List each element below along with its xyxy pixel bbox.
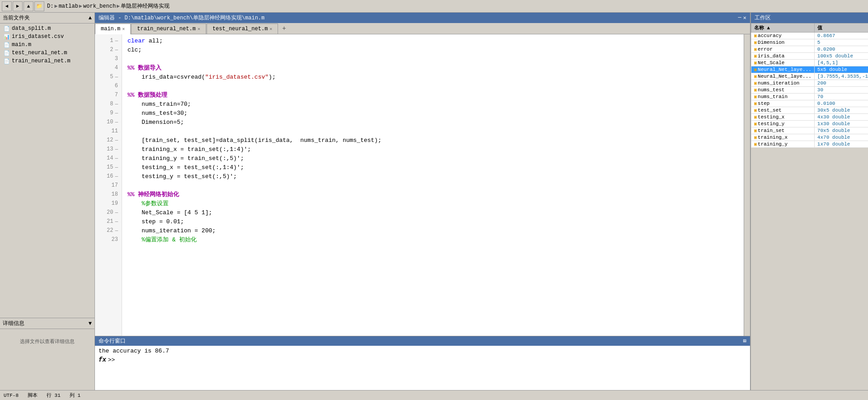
var-value-cell: 70x5 double	[814, 127, 868, 134]
nav-folder-btn[interactable]: 📁	[34, 1, 44, 11]
ln-3: 3	[95, 54, 122, 63]
code-line-16: testing_y = test_set(:,5)';	[127, 172, 744, 181]
code-line-19: %参数设置	[127, 199, 744, 208]
var-name-cell: ▣training_x	[751, 134, 815, 141]
var-name-cell: ▣testing_y	[751, 121, 815, 127]
file-item-iris-csv[interactable]: 📊 iris_dataset.csv	[0, 33, 94, 41]
code-line-13: training_x = train_set(:,1:4)';	[127, 145, 744, 154]
file-item-main[interactable]: 📄 main.m	[0, 41, 94, 49]
command-title-bar: 命令行窗口 ⊞	[95, 336, 750, 346]
var-name-cell: ▣Net_Scale	[751, 60, 815, 66]
file-panel-title: 当前文件夹	[3, 14, 30, 22]
tab-close-main[interactable]: ✕	[122, 26, 125, 32]
tab-add-button[interactable]: +	[278, 23, 289, 34]
code-line-5: iris_data=csvread("iris_dataset.csv");	[127, 72, 744, 81]
var-name-cell: ▣train_set	[751, 127, 815, 134]
file-item-data-split[interactable]: 📄 data_split.m	[0, 24, 94, 33]
workspace-row-8[interactable]: ▣nums_test 30	[751, 87, 868, 94]
workspace-row-15[interactable]: ▣training_x 4x70 double	[751, 134, 868, 141]
code-line-1: clear all;	[127, 36, 744, 45]
workspace-row-14[interactable]: ▣train_set 70x5 double	[751, 127, 868, 134]
right-panel: 工作区 名称 ▲ 值 ▣accuracy 0.8667 ▣Dimension 5…	[750, 13, 868, 390]
workspace-row-10[interactable]: ▣step 0.0100	[751, 100, 868, 107]
workspace-row-3[interactable]: ▣iris_data 100x5 double	[751, 53, 868, 60]
breadcrumb-d[interactable]: D:	[47, 3, 53, 9]
var-value-cell: 30x5 double	[814, 107, 868, 114]
workspace-row-6[interactable]: ▣Neural_Net_laye... [3.7555,4.3535,-1	[751, 73, 868, 80]
workspace-row-11[interactable]: ▣test_set 30x5 double	[751, 107, 868, 114]
breadcrumb-project[interactable]: 单隐层神经网络实现	[121, 2, 170, 10]
detail-content: 选择文件以查看详细信息	[0, 329, 94, 354]
file-item-train-net[interactable]: 📄 train_neural_net.m	[0, 57, 94, 65]
fx-symbol: fx	[99, 356, 106, 363]
tab-test-neural-net[interactable]: test_neural_net.m ✕	[207, 24, 278, 34]
nav-up-btn[interactable]: ▲	[24, 1, 33, 11]
file-name: test_neural_net.m	[12, 50, 67, 56]
nav-forward-btn[interactable]: ►	[13, 1, 23, 11]
code-content: clear all; clc; %% 数据导入 iris_data=csvrea…	[122, 34, 744, 336]
var-value-cell: 1x30 double	[814, 121, 868, 127]
tab-main-m[interactable]: main.m ✕	[95, 24, 131, 34]
command-expand-icon[interactable]: ⊞	[743, 338, 746, 344]
ln-15: 15 —	[95, 163, 122, 172]
code-line-8: nums_train=70;	[127, 99, 744, 108]
var-value-cell: 200	[814, 80, 868, 87]
command-area: 命令行窗口 ⊞ the accuracy is 86.7 fx >>	[95, 336, 750, 390]
ln-14: 14 —	[95, 154, 122, 163]
var-value-cell: 0.0200	[814, 46, 868, 53]
file-item-test-net[interactable]: 📄 test_neural_net.m	[0, 49, 94, 57]
workspace-row-1[interactable]: ▣Dimension 5	[751, 39, 868, 46]
var-name-cell: ▣training_y	[751, 141, 815, 148]
line-numbers: 1 — 2 — 3 4 5 — 6 7 8 — 9 — 10 — 11 12 —…	[95, 34, 122, 336]
tab-train-neural-net[interactable]: train_neural_net.m ✕	[131, 24, 206, 34]
col-header-value[interactable]: 值	[814, 24, 868, 33]
var-name-cell: ▣Dimension	[751, 39, 815, 46]
workspace-row-2[interactable]: ▣error 0.0200	[751, 46, 868, 53]
ln-6: 6	[95, 81, 122, 90]
editor-scrollbar[interactable]	[744, 34, 750, 336]
code-line-4: %% 数据导入	[127, 63, 744, 72]
file-panel-header: 当前文件夹 ▲	[0, 13, 94, 24]
detail-title: 详细信息	[3, 320, 24, 327]
detail-dropdown-icon[interactable]: ▼	[89, 320, 92, 327]
editor-tabs: main.m ✕ train_neural_net.m ✕ test_neura…	[95, 23, 750, 34]
workspace-row-0[interactable]: ▣accuracy 0.8667	[751, 33, 868, 39]
tab-close-train[interactable]: ✕	[198, 26, 200, 32]
workspace-row-12[interactable]: ▣testing_x 4x30 double	[751, 114, 868, 121]
workspace-row-4[interactable]: ▣Net_Scale [4,5,1]	[751, 60, 868, 66]
close-icon[interactable]: ✕	[743, 14, 746, 21]
ln-9: 9 —	[95, 108, 122, 118]
ln-23: 23	[95, 235, 122, 244]
var-value-cell: 4x70 double	[814, 134, 868, 141]
minimize-icon[interactable]: —	[738, 14, 741, 21]
code-line-9: nums_test=30;	[127, 108, 744, 118]
csv-file-icon: 📊	[4, 34, 10, 40]
ln-19: 19	[95, 199, 122, 208]
nav-back-btn[interactable]: ◄	[2, 1, 12, 11]
workspace-row-7[interactable]: ▣nums_iteration 200	[751, 80, 868, 87]
workspace-row-9[interactable]: ▣nums_train 70	[751, 94, 868, 100]
workspace-row-13[interactable]: ▣testing_y 1x30 double	[751, 121, 868, 127]
var-name-cell: ▣Neural_Net_laye...	[751, 66, 815, 73]
file-panel-expand-icon[interactable]: ▲	[89, 15, 92, 21]
workspace-row-5[interactable]: ▣Neural_Net_laye... 5x5 double	[751, 66, 868, 73]
breadcrumb-workbench[interactable]: work_bench	[83, 3, 116, 9]
m-file-icon: 📄	[4, 58, 10, 64]
ln-4: 4	[95, 63, 122, 72]
editor-title-bar: 编辑器 - D:\matlab\work_bench\单隐层神经网络实现\mai…	[95, 13, 750, 23]
var-name-cell: ▣iris_data	[751, 53, 815, 60]
ln-8: 8 —	[95, 99, 122, 108]
var-name-cell: ▣testing_x	[751, 114, 815, 121]
var-value-cell: 100x5 double	[814, 53, 868, 60]
file-name: train_neural_net.m	[12, 58, 71, 64]
workspace-title-label: 工作区	[755, 15, 771, 21]
tab-close-test[interactable]: ✕	[269, 26, 272, 32]
ln-13: 13 —	[95, 145, 122, 154]
col-header-name[interactable]: 名称 ▲	[751, 24, 815, 33]
var-name-cell: ▣nums_iteration	[751, 80, 815, 87]
workspace-row-16[interactable]: ▣training_y 1x70 double	[751, 141, 868, 148]
ln-17: 17	[95, 181, 122, 190]
breadcrumb-matlab[interactable]: matlab	[59, 3, 78, 9]
code-line-10: Dimension=5;	[127, 118, 744, 127]
code-editor[interactable]: 1 — 2 — 3 4 5 — 6 7 8 — 9 — 10 — 11 12 —…	[95, 34, 744, 336]
